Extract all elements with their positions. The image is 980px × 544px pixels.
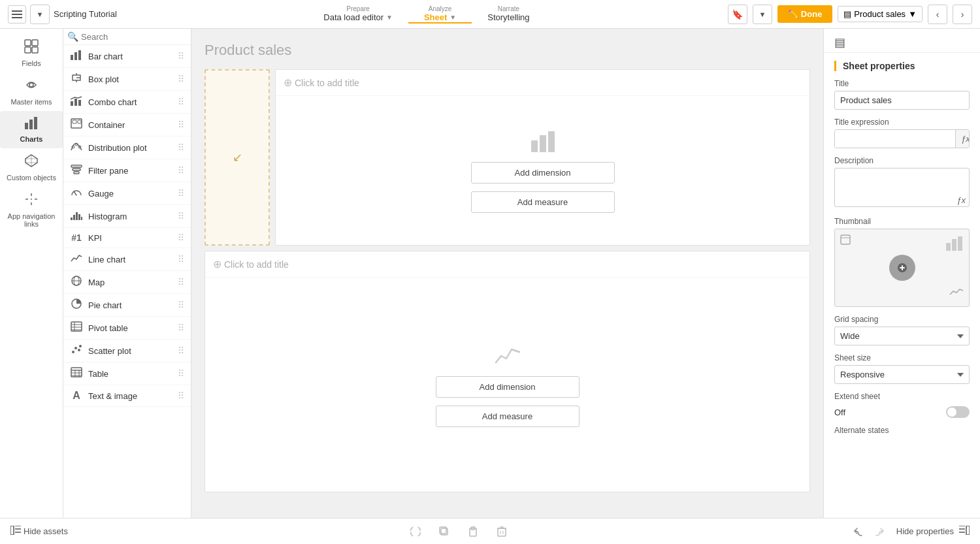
- filter-pane-icon: [70, 164, 83, 177]
- filter-pane-drag-handle[interactable]: ⠿: [178, 165, 184, 176]
- chart-item-pivot-table[interactable]: Pivot table ⠿: [63, 317, 191, 340]
- scatter-plot-drag-handle[interactable]: ⠿: [178, 345, 184, 356]
- add-measure-btn-2[interactable]: Add measure: [436, 406, 580, 427]
- master-items-icon: [24, 78, 39, 95]
- menu-button[interactable]: [8, 5, 26, 24]
- combo-chart-drag-handle[interactable]: ⠿: [178, 97, 184, 107]
- pivot-table-drag-handle[interactable]: ⠿: [178, 323, 184, 333]
- dropdown-bookmark[interactable]: ▼: [753, 5, 772, 24]
- container-drag-handle[interactable]: ⠿: [178, 120, 184, 130]
- add-title-row-1[interactable]: ⊕ Click to add title: [276, 70, 809, 96]
- dropdown-btn[interactable]: ▼: [30, 5, 50, 24]
- thumbnail-upload-btn[interactable]: [889, 255, 915, 281]
- add-title-row-2[interactable]: ⊕ Click to add title: [205, 251, 809, 278]
- nav-analyze[interactable]: Analyze Sheet ▼: [408, 5, 472, 24]
- bar-chart-icon: [70, 50, 83, 63]
- box-plot-drag-handle[interactable]: ⠿: [178, 74, 184, 84]
- hide-properties-label: Hide properties: [896, 526, 954, 536]
- svg-rect-34: [76, 212, 78, 220]
- nav-narrate[interactable]: Narrate Storytelling: [472, 5, 545, 24]
- kpi-icon: #1: [70, 232, 83, 243]
- svg-rect-3: [25, 40, 31, 46]
- pencil-icon: ✏️: [788, 9, 798, 19]
- widget-content-2: Add dimension Add measure: [205, 278, 809, 492]
- sheet-icon: ▤: [843, 9, 851, 19]
- description-fx-btn[interactable]: ƒx: [956, 195, 966, 205]
- table-icon: [70, 367, 83, 380]
- chart-item-container[interactable]: Container ⠿: [63, 114, 191, 136]
- corner-arrow-icon: ↙: [233, 150, 242, 165]
- add-title-text-1: Click to add title: [295, 78, 359, 88]
- text-image-drag-handle[interactable]: ⠿: [178, 391, 184, 401]
- chart-item-filter-pane[interactable]: Filter pane ⠿: [63, 159, 191, 182]
- box-plot-icon: [70, 72, 83, 86]
- chart-item-table[interactable]: Table ⠿: [63, 362, 191, 385]
- bookmark-button[interactable]: 🔖: [728, 5, 747, 24]
- properties-panel-title: Sheet properties: [843, 61, 970, 71]
- svg-rect-78: [966, 526, 970, 535]
- nav-prepare[interactable]: Prepare Data load editor ▼: [308, 5, 408, 24]
- svg-rect-65: [10, 526, 14, 535]
- done-button[interactable]: ✏️ Done: [777, 5, 833, 23]
- chart-item-distribution-plot[interactable]: Distribution plot ⠿: [63, 136, 191, 159]
- next-sheet-button[interactable]: ›: [953, 5, 972, 24]
- chart-item-text-image[interactable]: A Text & image ⠿: [63, 385, 191, 407]
- chart-item-scatter-plot[interactable]: Scatter plot ⠿: [63, 340, 191, 362]
- sidebar-item-custom-objects[interactable]: Custom objects: [0, 148, 63, 187]
- svg-rect-63: [958, 236, 962, 251]
- sidebar-item-master-items[interactable]: Master items: [0, 72, 63, 111]
- chart-item-combo-chart[interactable]: Combo chart ⠿: [63, 91, 191, 114]
- title-expression-fx-btn[interactable]: ƒx: [955, 130, 970, 148]
- svg-point-48: [78, 349, 80, 351]
- histogram-drag-handle[interactable]: ⠿: [178, 211, 184, 221]
- chart-item-kpi[interactable]: #1 KPI ⠿: [63, 228, 191, 248]
- description-textarea[interactable]: [834, 168, 970, 207]
- distribution-plot-drag-handle[interactable]: ⠿: [178, 142, 184, 153]
- kpi-drag-handle[interactable]: ⠿: [178, 232, 184, 243]
- delete-btn[interactable]: [493, 522, 511, 541]
- thumbnail-bar-chart-icon: [945, 234, 964, 255]
- paste-btn[interactable]: [464, 522, 482, 541]
- search-input[interactable]: [81, 32, 187, 42]
- chart-item-map[interactable]: Map ⠿: [63, 271, 191, 294]
- duplicate-btn[interactable]: [435, 522, 453, 541]
- pie-chart-drag-handle[interactable]: ⠿: [178, 300, 184, 310]
- sidebar-item-fields[interactable]: Fields: [0, 34, 63, 72]
- sheet-properties-icon: ▤: [834, 35, 845, 50]
- line-chart-drag-handle[interactable]: ⠿: [178, 254, 184, 264]
- fields-icon: [24, 39, 39, 57]
- bar-chart-drag-handle[interactable]: ⠿: [178, 51, 184, 61]
- widget-small-placeholder[interactable]: ↙: [204, 69, 270, 246]
- chart-item-line-chart[interactable]: Line chart ⠿: [63, 248, 191, 271]
- snap-btn[interactable]: [406, 522, 425, 541]
- add-measure-btn-1[interactable]: Add measure: [471, 191, 615, 213]
- description-label: Description: [834, 156, 970, 165]
- grid-spacing-select[interactable]: Wide Medium Narrow: [834, 327, 970, 345]
- gauge-drag-handle[interactable]: ⠿: [178, 188, 184, 199]
- sheet-size-select[interactable]: Responsive Fixed: [834, 365, 970, 384]
- title-expression-input[interactable]: [835, 130, 955, 148]
- chart-item-histogram[interactable]: Histogram ⠿: [63, 205, 191, 228]
- sheet-nav[interactable]: ▤ Product sales ▼: [838, 6, 923, 22]
- hide-properties-btn[interactable]: Hide properties: [896, 526, 970, 537]
- svg-rect-32: [71, 217, 73, 220]
- title-input[interactable]: [834, 91, 970, 110]
- hide-assets-btn[interactable]: Hide assets: [10, 526, 68, 537]
- table-drag-handle[interactable]: ⠿: [178, 368, 184, 379]
- sidebar-item-app-nav[interactable]: App navigation links: [0, 187, 63, 233]
- page-title: Product sales: [204, 42, 810, 59]
- title-label: Title: [834, 79, 970, 88]
- undo-btn[interactable]: [849, 522, 868, 541]
- sidebar-item-charts[interactable]: Charts: [0, 111, 63, 148]
- chart-item-box-plot[interactable]: Box plot ⠿: [63, 68, 191, 91]
- prev-sheet-button[interactable]: ‹: [928, 5, 947, 24]
- chart-item-gauge[interactable]: Gauge ⠿: [63, 182, 191, 205]
- extend-sheet-toggle[interactable]: [946, 406, 970, 418]
- redo-btn[interactable]: [870, 522, 889, 541]
- add-dimension-btn-2[interactable]: Add dimension: [436, 376, 580, 398]
- thumbnail-box[interactable]: [834, 229, 970, 307]
- add-dimension-btn-1[interactable]: Add dimension: [471, 162, 615, 184]
- chart-item-bar-chart[interactable]: Bar chart ⠿: [63, 45, 191, 68]
- chart-item-pie-chart[interactable]: Pie chart ⠿: [63, 294, 191, 317]
- map-drag-handle[interactable]: ⠿: [178, 277, 184, 287]
